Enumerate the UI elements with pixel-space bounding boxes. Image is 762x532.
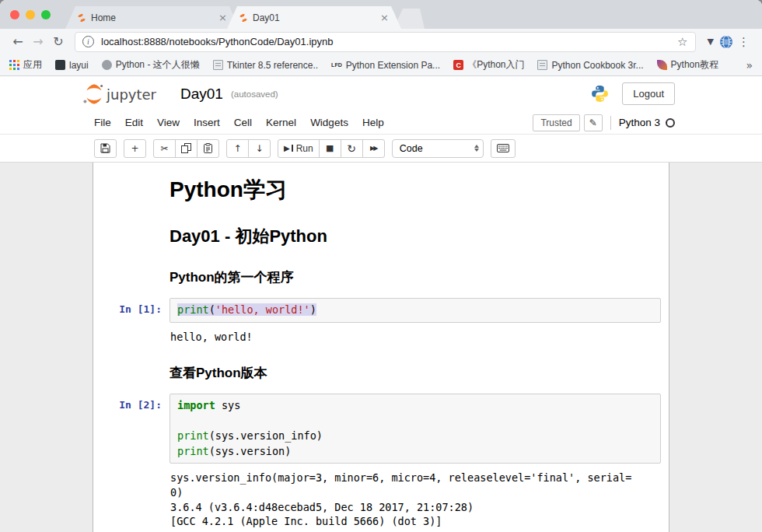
menu-file[interactable]: File	[94, 117, 118, 128]
input-prompt: In [1]:	[93, 298, 170, 348]
run-cell-button[interactable]: ▶ Run	[278, 139, 320, 158]
edit-mode-pencil-icon: ✎	[584, 114, 603, 131]
markdown-cell-title[interactable]: Python学习	[93, 167, 669, 215]
menu-widgets[interactable]: Widgets	[303, 117, 355, 128]
url-text[interactable]: localhost:8888/notebooks/PythonCode/Day0…	[101, 36, 677, 47]
reload-icon: ↻	[53, 34, 63, 49]
bookmarks-overflow-icon[interactable]: »	[746, 59, 753, 72]
code-cell-2[interactable]: In [2]: import sys print(sys.version_inf…	[93, 390, 669, 532]
traffic-light-minimize[interactable]	[26, 10, 35, 19]
restart-icon: ↻	[347, 142, 356, 155]
paste-icon	[203, 143, 213, 153]
jupyter-logo-text: jupyter	[106, 86, 157, 103]
browser-window: Home × Day01 × ← → ↻ i localhost:8888/no…	[0, 0, 762, 532]
extension-triangle-icon[interactable]: ▼	[708, 37, 714, 47]
bookmark-label: 应用	[23, 58, 42, 72]
arrow-down-icon: ↓	[255, 143, 263, 154]
notebook-container: Python学习 Day01 - 初始Python Python的第一个程序 I…	[93, 163, 669, 532]
menu-edit[interactable]: Edit	[118, 117, 150, 128]
empty-prompt	[93, 256, 170, 294]
jupyter-logo[interactable]: jupyter	[82, 83, 163, 105]
run-label: Run	[296, 143, 313, 154]
back-icon: ←	[12, 34, 23, 49]
menu-insert[interactable]: Insert	[187, 117, 227, 128]
cut-icon: ✂	[160, 143, 168, 154]
code-input[interactable]: import sys print(sys.version_info)print(…	[170, 394, 661, 464]
code-input[interactable]: print('hello, world!')	[170, 298, 661, 323]
save-icon	[100, 143, 110, 153]
notebook-title[interactable]: Day01	[180, 86, 223, 103]
tab-close-icon[interactable]: ×	[218, 12, 227, 23]
restart-kernel-button[interactable]: ↻	[341, 139, 363, 158]
checkpoint-status: (autosaved)	[231, 89, 278, 99]
jupyter-toolbar: + ✂ ↑ ↓ ▶ Run	[0, 135, 762, 163]
kernel-idle-icon	[666, 118, 675, 128]
copy-cell-button[interactable]	[175, 139, 197, 158]
bookmark-star-icon[interactable]: ☆	[677, 35, 687, 49]
restart-run-all-button[interactable]: ▶▶	[362, 139, 385, 158]
logout-button[interactable]: Logout	[622, 82, 675, 105]
paste-cell-button[interactable]	[197, 139, 219, 158]
tab-title: Day01	[253, 12, 375, 23]
bookmark-lfd[interactable]: LFD Python Extension Pa...	[331, 60, 440, 71]
run-icon: ▶	[284, 144, 290, 152]
bookmark-cookbook[interactable]: Python Cookbook 3r...	[537, 60, 643, 71]
code-cell-1[interactable]: In [1]: print('hello, world!') hello, wo…	[93, 294, 669, 352]
menu-view[interactable]: View	[150, 117, 187, 128]
markdown-cell-day01[interactable]: Day01 - 初始Python	[93, 215, 669, 256]
markdown-cell-first-program[interactable]: Python的第一个程序	[93, 256, 669, 294]
reload-button[interactable]: ↻	[48, 32, 68, 52]
tab-title: Home	[91, 12, 213, 23]
back-button[interactable]: ←	[8, 32, 28, 52]
bookmark-python-tutorial[interactable]: Python教程	[657, 58, 718, 72]
run-icon-bar	[292, 145, 293, 152]
chrome-menu-button[interactable]: ⋮	[738, 35, 750, 49]
move-cell-up-button[interactable]: ↑	[226, 139, 249, 158]
move-cell-down-button[interactable]: ↓	[248, 139, 271, 158]
layui-favicon	[55, 60, 65, 70]
browser-tab-day01[interactable]: Day01 ×	[227, 6, 401, 29]
notebook-heading-3: Python的第一个程序	[170, 268, 661, 286]
markdown-cell-version[interactable]: 查看Python版本	[93, 352, 669, 390]
page-favicon	[213, 60, 223, 70]
menu-kernel[interactable]: Kernel	[259, 117, 303, 128]
save-button[interactable]	[94, 139, 117, 158]
cut-cell-button[interactable]: ✂	[153, 139, 176, 158]
menu-cell[interactable]: Cell	[227, 117, 259, 128]
divider	[610, 116, 611, 130]
bookmark-python-blog[interactable]: Python - 这个人很懒	[102, 58, 200, 72]
python-logo-icon	[590, 84, 610, 103]
site-info-icon[interactable]: i	[82, 36, 94, 47]
cell-output: hello, world!	[170, 323, 661, 348]
forward-button[interactable]: →	[28, 32, 48, 52]
plus-icon: +	[131, 143, 138, 154]
interrupt-kernel-button[interactable]: ■	[319, 139, 341, 158]
arrow-up-icon: ↑	[233, 143, 241, 154]
menu-help[interactable]: Help	[355, 117, 391, 128]
notebook-scroll-area[interactable]: Python学习 Day01 - 初始Python Python的第一个程序 I…	[0, 163, 762, 532]
bookmark-tkinter[interactable]: Tkinter 8.5 reference..	[213, 60, 318, 71]
bookmark-label: Python教程	[671, 58, 718, 72]
browser-tab-home[interactable]: Home ×	[65, 6, 239, 29]
tab-strip: Home × Day01 ×	[0, 0, 762, 29]
traffic-light-zoom[interactable]	[41, 10, 51, 19]
forward-icon: →	[33, 34, 43, 49]
bookmark-apps[interactable]: 应用	[9, 58, 42, 72]
bookmarks-bar: 应用 layui Python - 这个人很懒 Tkinter 8.5 refe…	[0, 54, 762, 76]
traffic-light-close[interactable]	[10, 10, 19, 19]
bookmark-layui[interactable]: layui	[55, 60, 89, 71]
add-cell-button[interactable]: +	[124, 139, 146, 158]
command-palette-button[interactable]	[491, 139, 516, 158]
tab-close-icon[interactable]: ×	[380, 12, 389, 23]
trusted-badge[interactable]: Trusted	[533, 114, 579, 131]
keyboard-icon	[497, 144, 509, 152]
globe-extension-icon[interactable]	[719, 35, 733, 49]
select-arrows-icon	[474, 145, 479, 152]
feather-favicon	[657, 60, 667, 70]
address-bar[interactable]: i localhost:8888/notebooks/PythonCode/Da…	[75, 32, 696, 52]
cell-type-select[interactable]: Code	[392, 139, 484, 158]
notebook-heading-2: Day01 - 初始Python	[170, 225, 661, 248]
bookmark-python-intro[interactable]: C 《Python入门	[453, 58, 524, 72]
site-favicon	[102, 60, 112, 70]
stop-icon: ■	[326, 143, 334, 153]
